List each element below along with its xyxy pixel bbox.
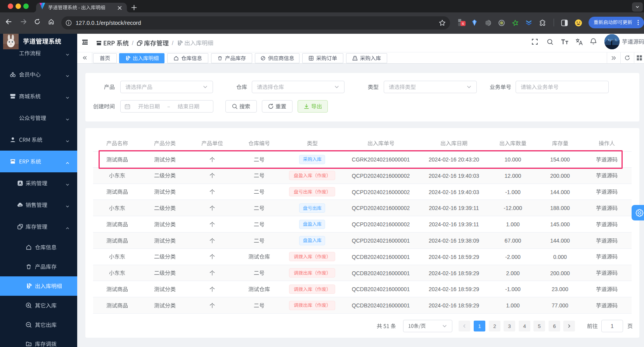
svg-text:文心一言: 文心一言: [608, 38, 617, 42]
svg-text:6: 6: [462, 22, 464, 26]
